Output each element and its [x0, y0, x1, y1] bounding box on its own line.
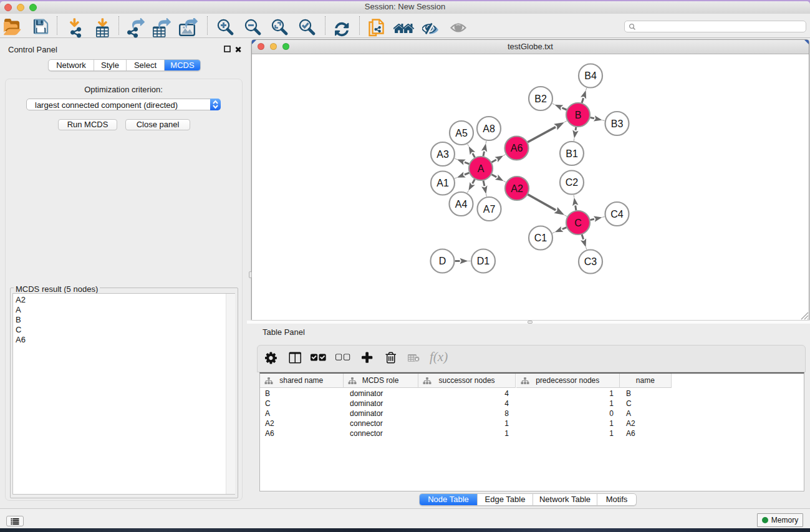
svg-text:B4: B4: [584, 70, 597, 81]
svg-text:D: D: [439, 256, 446, 266]
svg-text:A5: A5: [455, 128, 468, 138]
svg-text:A3: A3: [436, 149, 449, 160]
svg-text:B2: B2: [534, 94, 547, 104]
svg-text:A7: A7: [483, 204, 496, 215]
svg-text:C1: C1: [534, 233, 547, 243]
svg-text:C4: C4: [610, 209, 624, 220]
svg-text:C3: C3: [584, 256, 597, 267]
svg-text:C2: C2: [566, 177, 579, 188]
svg-text:A1: A1: [436, 178, 449, 188]
svg-text:B3: B3: [611, 118, 624, 129]
svg-text:A4: A4: [455, 199, 468, 210]
svg-text:C: C: [574, 218, 582, 228]
svg-text:B: B: [575, 110, 582, 120]
svg-text:A6: A6: [511, 143, 523, 153]
svg-text:A: A: [478, 163, 485, 174]
svg-text:A8: A8: [483, 123, 495, 134]
svg-text:B1: B1: [566, 148, 578, 159]
svg-text:A2: A2: [511, 183, 523, 194]
svg-text:D1: D1: [477, 256, 490, 266]
